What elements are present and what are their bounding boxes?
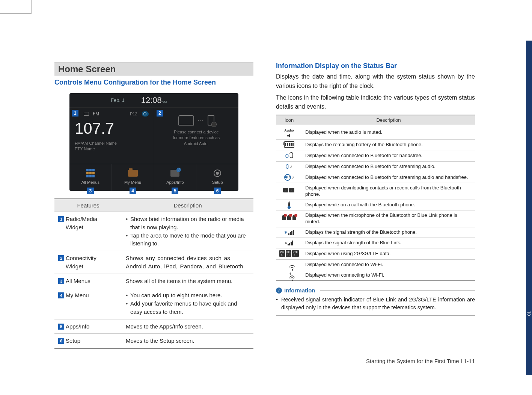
bluetooth-signal-icon xyxy=(284,229,294,236)
bbar-label-4: Setup xyxy=(196,180,238,185)
icon-desc-cell: Displayed when using 2G/3G/LTE data. xyxy=(302,248,475,260)
feature-desc-cell: Shows brief information on the radio or … xyxy=(122,212,253,251)
bbar-label-1: All Menus xyxy=(69,180,112,185)
mic-mute-icon xyxy=(281,215,297,222)
icon-cell: 2G3GLTE xyxy=(276,248,302,260)
feature-desc-cell: Shows all of the items in the system men… xyxy=(122,274,253,288)
features-row: 4My MenuYou can add up to eight menus he… xyxy=(54,288,253,319)
icon-cell xyxy=(276,260,302,270)
feature-badge: 1 xyxy=(58,216,64,222)
connectivity-widget: 2 Please connect a device for more featu… xyxy=(154,107,239,164)
device-time: 12:08 xyxy=(141,95,162,105)
crop-mark-vertical xyxy=(32,0,32,13)
section-heading-bar: Home Screen xyxy=(54,62,253,76)
icon-row: 2G3GLTEDisplayed when using 2G/3G/LTE da… xyxy=(276,248,475,260)
icon-desc-cell: Displayed when connected to Bluetooth fo… xyxy=(302,150,475,162)
info-title: Information xyxy=(284,287,315,294)
crop-mark-horizontal xyxy=(0,13,32,14)
info-bullet: Received signal strength indicator of Bl… xyxy=(276,296,475,312)
home-screen-mock: Feb. 1 12:08AM 1 FM P12 107.7 xyxy=(69,93,238,191)
connect-msg-3: Android Auto. xyxy=(160,141,234,147)
icon-row: Displays the remaining battery of the Bl… xyxy=(276,140,475,150)
phone-icon xyxy=(208,115,214,126)
folder-icon xyxy=(128,170,138,177)
callout-6: 6 xyxy=(214,188,221,194)
feature-desc-item: Add your favorite menus to have quick an… xyxy=(126,300,250,316)
icon-cell: ✱ xyxy=(276,150,302,162)
bluetooth-download-icon xyxy=(283,188,295,194)
icon-row: +Displayed when connecting to Wi-Fi. xyxy=(276,270,475,281)
left-column: Home Screen Controls Menu Configuration … xyxy=(54,62,253,349)
connect-msg-1: Please connect a device xyxy=(160,129,234,135)
info-icon xyxy=(170,170,179,177)
right-para-1: Displays the date and time, along with t… xyxy=(276,72,475,91)
icon-desc-cell: Displayed when connected to Bluetooth fo… xyxy=(302,161,475,172)
icon-row: ✱Displayed when connected to Bluetooth f… xyxy=(276,150,475,162)
fm-label: FM xyxy=(93,111,99,117)
icon-desc-cell: Displays the signal strength of the Blue… xyxy=(302,227,475,238)
icon-desc-cell: Displayed when connected to Wi-Fi. xyxy=(302,260,475,270)
grid-icon xyxy=(86,169,95,177)
device-bottom-bar: All Menus 3 My Menu 4 Apps/Info 5 xyxy=(69,164,238,191)
gear-icon xyxy=(214,170,221,177)
feature-name-line1: Radio/Media xyxy=(66,216,97,222)
feature-name: Apps/Info xyxy=(66,323,89,330)
bluelink-signal-icon xyxy=(285,240,293,246)
page-footer: Starting the System for the First Time I… xyxy=(54,358,475,364)
feature-name: Setup xyxy=(66,337,80,344)
icon-cell xyxy=(276,227,302,238)
callout-1: 1 xyxy=(72,110,78,117)
feature-badge: 4 xyxy=(58,292,64,298)
feature-desc-cell: You can add up to eight menus here.Add y… xyxy=(122,288,253,319)
feature-name-line2: Widget xyxy=(66,224,83,230)
channel-name: FM/AM Channel Name xyxy=(75,141,149,146)
info-divider xyxy=(320,290,475,291)
icon-cell xyxy=(276,210,302,227)
icon-row: Displays the signal strength of the Blue… xyxy=(276,227,475,238)
feature-desc-cell: Shows any connected devices such as Andr… xyxy=(122,251,253,274)
features-header-1: Features xyxy=(54,199,122,212)
icon-desc-cell: Displayed while on a call with the Bluet… xyxy=(302,200,475,210)
icon-row: Displays the signal strength of the Blue… xyxy=(276,238,475,248)
device-statusbar: Feb. 1 12:08AM xyxy=(69,93,238,107)
bbar-my-menu: My Menu 4 xyxy=(112,164,154,191)
icon-cell: ✱ xyxy=(276,161,302,172)
icon-desc-cell: Displayed when the audio is muted. xyxy=(302,125,475,140)
icon-cell xyxy=(276,238,302,248)
information-box: i Information Received signal strength i… xyxy=(276,287,475,316)
page-content: Home Screen Controls Menu Configuration … xyxy=(54,62,475,364)
audio-mute-icon: Audio xyxy=(284,127,294,138)
frequency: 107.7 xyxy=(75,120,149,138)
bluetooth-handsfree-icon: ✱ xyxy=(285,152,293,159)
icon-row: AudioDisplayed when the audio is muted. xyxy=(276,125,475,140)
feature-name-cell: 3All Menus xyxy=(54,274,122,288)
icon-cell: + xyxy=(276,270,302,281)
device-date: Feb. 1 xyxy=(111,93,125,107)
bbar-label-2: My Menu xyxy=(112,180,154,185)
bluetooth-call-icon xyxy=(288,202,290,208)
data-2g-3g-lte-icon: 2G3GLTE xyxy=(279,250,299,258)
callout-4: 4 xyxy=(130,188,136,194)
icon-header-1: Icon xyxy=(276,115,302,125)
feature-name: My Menu xyxy=(66,292,89,298)
icon-cell: Audio xyxy=(276,125,302,140)
features-row: 5Apps/InfoMoves to the Apps/Info screen. xyxy=(54,319,253,334)
feature-name-cell: 6Setup xyxy=(54,334,122,348)
device-ampm: AM xyxy=(162,100,167,104)
feature-desc-cell: Moves to the Setup screen. xyxy=(122,334,253,348)
pty-name: PTY Name xyxy=(75,146,149,152)
icon-row: Displayed while on a call with the Bluet… xyxy=(276,200,475,210)
radio-icon xyxy=(84,112,89,116)
features-table: Features Description 1Radio/MediaWidgetS… xyxy=(54,198,253,349)
icon-desc-cell: Displayed when connecting to Wi-Fi. xyxy=(302,270,475,281)
bluetooth-audio-icon: ✱ xyxy=(286,163,292,170)
icon-row: ✱Displayed when connected to Bluetooth f… xyxy=(276,172,475,183)
icon-header-2: Description xyxy=(302,115,475,125)
preset-label: P12 xyxy=(130,112,137,116)
icon-row: Displayed when the microphone of the Blu… xyxy=(276,210,475,227)
callout-2: 2 xyxy=(157,110,163,117)
icon-desc-cell: Displays the remaining battery of the Bl… xyxy=(302,140,475,150)
icon-desc-cell: Displayed when downloading contacts or r… xyxy=(302,183,475,200)
car-icon xyxy=(178,115,194,126)
features-header-2: Description xyxy=(122,199,253,212)
